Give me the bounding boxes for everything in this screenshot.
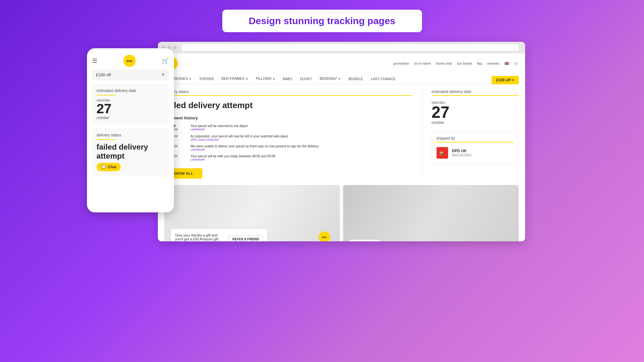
bottom-panels: eve Give your friends a gift and you'll … (158, 185, 525, 241)
day-number: 27 (432, 104, 519, 120)
shipment-history-title: shipment history (164, 116, 412, 120)
eve-nav-right: promotion try in store home trial our br… (393, 61, 518, 66)
tracking-left: delivery status failed delivery attempt … (164, 89, 422, 179)
nav-link-faq[interactable]: faq (477, 61, 482, 65)
nav-link-promotion[interactable]: promotion (393, 61, 409, 65)
history-item-2: 10:56 AM As requested, your parcel will … (164, 135, 412, 141)
dpd-box: 📦 DPD UK 9661832983 (437, 147, 514, 159)
nav-link-try-in-store[interactable]: try in store (414, 61, 431, 65)
eve-nav-top: eve promotion try in store home trial ou… (164, 53, 519, 73)
estimated-date-label: estimated delivery date (432, 89, 519, 94)
chat-bubble-icon: 💬 (101, 165, 106, 169)
hamburger-icon[interactable]: ☰ (92, 57, 97, 64)
eve-badge: eve (319, 231, 330, 241)
eve-nav-menu: MATTRESSES ∨ TOPPER BED FRAMES ∨ PILLOWS… (164, 73, 519, 84)
nav-menu-last-chance[interactable]: LAST CHANCE (371, 77, 396, 81)
history-desc-2: As requested, your parcel will now be le… (191, 135, 288, 138)
mobile-delivery-status-text: failed delivery attempt (97, 143, 164, 160)
refer-text: Give your friends a gift and you'll get … (175, 233, 226, 241)
dpd-cube-svg: 📦 (438, 148, 447, 157)
mobile-delivery-status-section: delivery status failed delivery attempt … (92, 128, 169, 176)
browser-mockup: eve promotion try in store home trial ou… (158, 42, 525, 241)
delivery-status-underline (164, 95, 412, 96)
top-banner: Design stunning tracking pages (222, 10, 422, 32)
history-loc-4: Letchworth (191, 158, 275, 161)
eve-promo-button[interactable]: £100 off + (492, 76, 519, 84)
history-detail-4: Your parcel will be with you today betwe… (191, 154, 275, 161)
nav-link-our-brand[interactable]: our brand (457, 61, 472, 65)
history-loc-1: Letchworth (191, 128, 248, 131)
dpd-carrier-name: DPD UK (452, 149, 472, 153)
estimated-date-underline (432, 95, 519, 96)
nav-cart-icon[interactable]: 🛒 (514, 61, 519, 66)
history-item-1: OCT 29 10:59 AM Your parcel will be retu… (164, 124, 412, 131)
tracking-right: estimated delivery date saturday 27 octo… (422, 89, 519, 179)
shipped-by-underline (437, 142, 514, 143)
mobile-logo: eve (123, 55, 136, 67)
nav-link-home-trial[interactable]: home trial (436, 61, 452, 65)
browser-url-bar (182, 44, 519, 51)
dpd-tracking-number: 9661832983 (452, 153, 472, 157)
browser-dot-3 (173, 46, 177, 49)
history-loc-2: DPD Local Consumer (191, 138, 288, 141)
nav-menu-bed-frames[interactable]: BED FRAMES ∨ (221, 77, 248, 81)
shipped-by-section: shipped by 📦 DPD UK 96618 (432, 131, 519, 163)
contact-us-button[interactable]: Contact Us (350, 240, 380, 241)
panel-contact: Contact Us (343, 185, 519, 241)
dpd-logo-icon: 📦 (437, 147, 448, 159)
estimated-date-section: estimated delivery date saturday 27 octo… (432, 89, 519, 125)
mobile-promo-bar: £100 off + (92, 70, 169, 80)
mobile-mockup: ☰ eve 🛒 £100 off + estimated delivery da… (87, 48, 174, 212)
nav-menu-duvet[interactable]: DUVET (300, 77, 312, 81)
shipped-by-label: shipped by (437, 136, 514, 141)
eve-promo-label: £100 off + (496, 78, 514, 82)
mobile-delivery-status-label: delivery status (97, 133, 164, 137)
delivery-status-title: failed delivery attempt (164, 100, 412, 110)
eve-site: eve promotion try in store home trial ou… (158, 53, 525, 241)
mobile-status-divider (97, 139, 116, 140)
mobile-header: ☰ eve 🛒 (92, 53, 169, 70)
history-desc-3: We were unable to deliver your parcel as… (191, 144, 319, 148)
eve-nav: eve promotion try in store home trial ou… (158, 53, 525, 84)
main-area: ☰ eve 🛒 £100 off + estimated delivery da… (119, 42, 525, 241)
nav-menu-baby[interactable]: BABY (283, 77, 292, 81)
tracking-content: delivery status failed delivery attempt … (158, 89, 525, 179)
mobile-chat-label: Chat (108, 165, 117, 169)
svg-text:📦: 📦 (439, 151, 444, 156)
mobile-promo-text: £100 off (96, 72, 111, 77)
history-detail-3: We were unable to deliver your parcel as… (191, 144, 319, 151)
laptop-image (343, 185, 519, 241)
mobile-month: october (97, 116, 164, 120)
nav-menu-topper[interactable]: TOPPER (199, 77, 214, 81)
panel-refer: eve Give your friends a gift and you'll … (164, 185, 340, 241)
browser-chrome (158, 42, 525, 53)
mobile-chat-button[interactable]: 💬 Chat (97, 163, 121, 171)
history-detail-2: As requested, your parcel will now be le… (191, 135, 288, 141)
refer-card: Give your friends a gift and you'll get … (171, 229, 267, 241)
history-desc-4: Your parcel will be with you today betwe… (191, 154, 275, 158)
nav-menu-bedding[interactable]: BEDDING* ∨ (320, 77, 341, 81)
mobile-day-number: 27 (97, 102, 164, 116)
history-desc-1: Your parcel will be returned to our depo… (191, 124, 248, 128)
history-item-3: 10:41 AM We were unable to deliver your … (164, 144, 412, 151)
mobile-promo-plus[interactable]: + (161, 71, 165, 78)
delivery-status-label: delivery status (164, 89, 412, 94)
mobile-cart-icon[interactable]: 🛒 (162, 57, 169, 64)
mobile-date-divider (97, 95, 116, 96)
history-detail-1: Your parcel will be returned to our depo… (191, 124, 248, 131)
nav-flag-icon[interactable]: 🇬🇧 (505, 61, 509, 66)
dpd-info: DPD UK 9661832983 (452, 149, 472, 157)
nav-menu-bundle[interactable]: BUNDLE (349, 77, 363, 81)
mobile-estimated-date-section: estimated delivery date saturday 27 octo… (92, 84, 169, 125)
mobile-estimated-date-label: estimated delivery date (97, 88, 164, 93)
history-loc-3: Letchworth (191, 148, 319, 151)
refer-friend-button[interactable]: REFER A FRIEND (229, 235, 263, 242)
nav-link-reviews[interactable]: reviews (487, 61, 499, 65)
history-item-4: 08:29 AM Your parcel will be with you to… (164, 154, 412, 161)
headline: Design stunning tracking pages (248, 15, 396, 26)
nav-menu-pillows[interactable]: PILLOWS ∨ (256, 77, 275, 81)
